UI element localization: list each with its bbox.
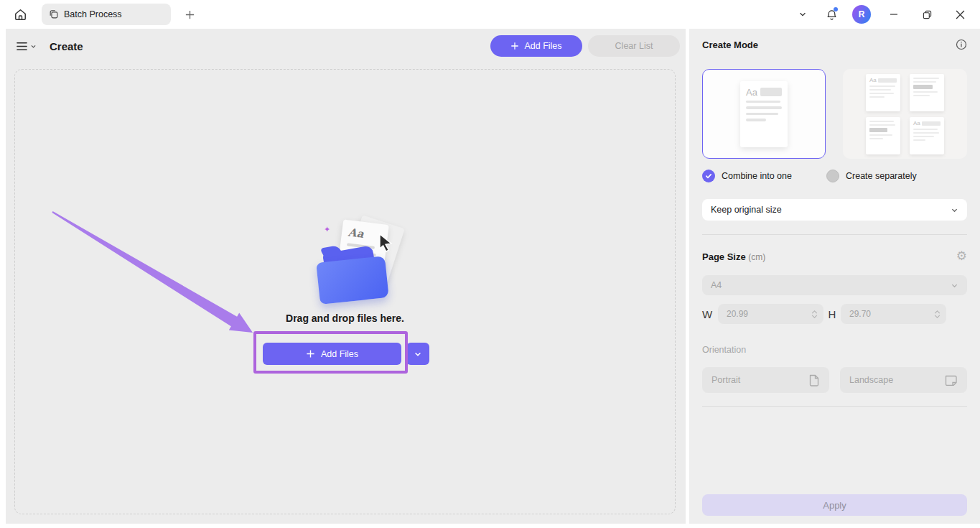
avatar[interactable]: R bbox=[852, 5, 871, 24]
add-files-header-button[interactable]: Add Files bbox=[490, 35, 582, 57]
apply-button[interactable]: Apply bbox=[702, 494, 967, 516]
height-label: H bbox=[823, 308, 841, 320]
radio-combine-into-one[interactable] bbox=[702, 170, 715, 182]
landscape-button[interactable]: Landscape bbox=[840, 367, 967, 393]
landscape-icon bbox=[945, 374, 958, 386]
pane-header: Create Add Files Clear List bbox=[6, 29, 686, 63]
sparkle-icon: ✦ bbox=[324, 225, 330, 234]
width-label: W bbox=[702, 308, 718, 320]
radio-create-separately[interactable] bbox=[826, 170, 839, 182]
minimize-button[interactable] bbox=[879, 3, 908, 26]
restore-button[interactable] bbox=[913, 3, 941, 26]
gear-icon[interactable]: ⚙ bbox=[956, 250, 967, 262]
width-stepper[interactable] bbox=[811, 310, 818, 318]
page-size-label: Page Size (cm) bbox=[702, 251, 765, 262]
portrait-button[interactable]: Portrait bbox=[702, 367, 829, 393]
close-button[interactable] bbox=[946, 3, 974, 26]
page-title: Create bbox=[50, 40, 83, 52]
cursor-icon bbox=[378, 233, 395, 252]
clear-list-button[interactable]: Clear List bbox=[588, 35, 680, 57]
notifications-button[interactable] bbox=[819, 4, 844, 25]
doc-sample-text: Aa bbox=[746, 88, 757, 97]
drop-hint-text: Drag and drop files here. bbox=[15, 312, 675, 324]
panel-title: Create Mode bbox=[702, 40, 758, 50]
divider bbox=[702, 234, 967, 235]
create-mode-panel: Create Mode Aa Aa bbox=[689, 29, 980, 524]
chevron-down-icon bbox=[951, 206, 958, 214]
orientation-label: Orientation bbox=[702, 345, 746, 355]
width-input[interactable]: 20.99 bbox=[718, 304, 823, 324]
separate-label: Create separately bbox=[846, 171, 917, 181]
size-mode-value: Keep original size bbox=[711, 205, 782, 215]
add-files-header-label: Add Files bbox=[524, 41, 561, 51]
window-menu-chevron[interactable] bbox=[790, 4, 815, 25]
height-input[interactable]: 29.70 bbox=[841, 304, 946, 324]
combined-doc-preview: Aa bbox=[740, 81, 788, 147]
portrait-label: Portrait bbox=[711, 375, 740, 385]
preset-value: A4 bbox=[711, 280, 722, 290]
batch-create-pane: Create Add Files Clear List ✦ ✦ Aa bbox=[6, 29, 686, 524]
add-files-button[interactable]: Add Files bbox=[263, 343, 401, 365]
landscape-label: Landscape bbox=[849, 375, 893, 385]
combine-label: Combine into one bbox=[722, 171, 792, 181]
task-menu-button[interactable] bbox=[16, 41, 37, 52]
home-button[interactable] bbox=[7, 3, 33, 26]
new-tab-button[interactable] bbox=[179, 4, 200, 24]
separate-docs-preview: Aa Aa bbox=[866, 74, 944, 154]
height-stepper[interactable] bbox=[934, 310, 941, 318]
doc-sample-text: Aa bbox=[347, 226, 364, 240]
folder-icon bbox=[316, 256, 389, 305]
chevron-down-icon bbox=[951, 282, 958, 290]
portrait-icon bbox=[808, 374, 820, 386]
batch-process-icon bbox=[49, 9, 59, 19]
home-icon bbox=[14, 8, 27, 22]
info-icon[interactable] bbox=[956, 39, 967, 50]
divider bbox=[702, 406, 967, 407]
height-value: 29.70 bbox=[849, 309, 871, 319]
drop-zone[interactable]: ✦ ✦ Aa Drag and drop files here. Add Fil… bbox=[14, 69, 676, 514]
add-files-dropdown-button[interactable] bbox=[406, 343, 429, 365]
preset-select[interactable]: A4 bbox=[702, 275, 967, 295]
mode-card-combine[interactable]: Aa bbox=[702, 69, 826, 159]
window-bottom-edge bbox=[0, 524, 980, 528]
add-files-label: Add Files bbox=[321, 349, 358, 359]
mode-card-separate[interactable]: Aa Aa bbox=[843, 69, 967, 159]
hamburger-icon bbox=[16, 41, 28, 52]
width-value: 20.99 bbox=[727, 309, 748, 319]
tab-label: Batch Process bbox=[64, 9, 122, 19]
chevron-down-icon bbox=[30, 43, 37, 50]
tab-batch-process[interactable]: Batch Process bbox=[42, 4, 171, 25]
notification-dot bbox=[834, 7, 838, 11]
size-mode-select[interactable]: Keep original size bbox=[702, 199, 967, 221]
drop-illustration: ✦ ✦ Aa bbox=[297, 219, 422, 309]
titlebar: Batch Process R bbox=[0, 0, 980, 29]
